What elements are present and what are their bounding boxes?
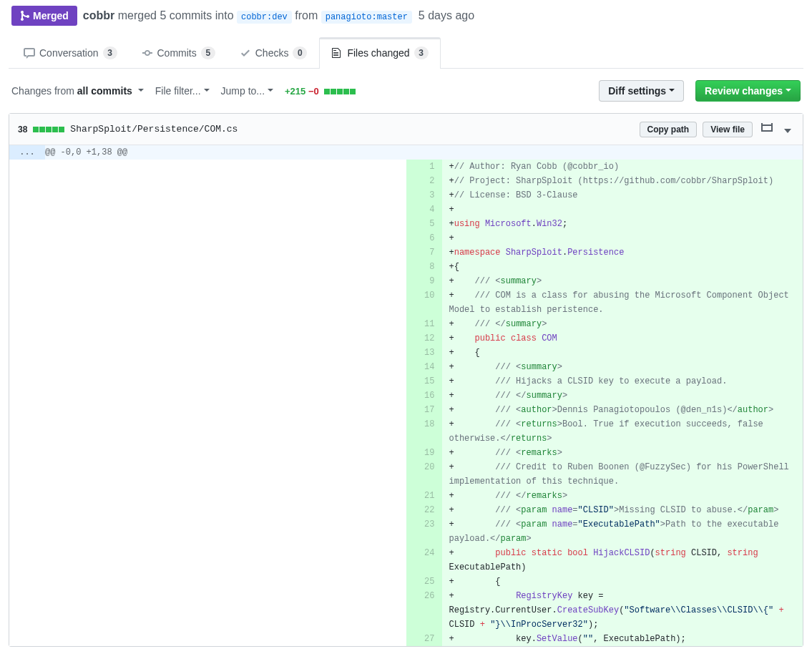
new-code[interactable]: + /// <remarks> xyxy=(442,446,803,460)
diff-line: 9+ /// <summary> xyxy=(9,274,803,288)
new-code[interactable]: + /// <summary> xyxy=(442,274,803,288)
old-line-num xyxy=(9,174,45,188)
new-code[interactable]: +namespace SharpSploit.Persistence xyxy=(442,245,803,260)
new-line-num[interactable]: 16 xyxy=(406,389,442,403)
old-code xyxy=(45,317,406,331)
new-line-num[interactable]: 22 xyxy=(406,503,442,517)
new-code[interactable]: + /// </remarks> xyxy=(442,489,803,503)
new-code[interactable]: + xyxy=(442,202,803,217)
old-code xyxy=(45,360,406,374)
new-line-num[interactable]: 19 xyxy=(406,446,442,460)
new-code[interactable]: + /// Hijacks a CLSID key to execute a p… xyxy=(442,374,803,389)
tab-count: 0 xyxy=(293,47,307,59)
pr-tabs: Conversation3Commits5Checks0Files change… xyxy=(9,37,803,69)
new-line-num[interactable]: 6 xyxy=(406,231,442,245)
new-code[interactable]: + { xyxy=(442,346,803,360)
file-path[interactable]: SharpSploit/Persistence/COM.cs xyxy=(70,124,238,135)
new-code[interactable]: + /// <param name="CLSID">Missing CLSID … xyxy=(442,503,803,517)
old-line-num xyxy=(9,217,45,231)
new-code[interactable]: + xyxy=(442,231,803,245)
new-line-num[interactable]: 15 xyxy=(406,374,442,389)
new-line-num[interactable]: 2 xyxy=(406,174,442,188)
new-code[interactable]: + /// <summary> xyxy=(442,360,803,374)
new-code[interactable]: + RegistryKey key = Registry.CurrentUser… xyxy=(442,589,803,632)
diff-settings-button[interactable]: Diff settings xyxy=(599,80,684,102)
old-line-num xyxy=(9,160,45,174)
old-code xyxy=(45,231,406,245)
tab-count: 5 xyxy=(201,47,215,59)
expand-hunk-button[interactable]: ... xyxy=(9,145,45,160)
tab-files[interactable]: Files changed3 xyxy=(319,37,440,69)
new-code[interactable]: +// Author: Ryan Cobb (@cobbr_io) xyxy=(442,160,803,174)
new-code[interactable]: + /// Credit to Ruben Boonen (@FuzzySec)… xyxy=(442,460,803,489)
new-line-num[interactable]: 21 xyxy=(406,489,442,503)
old-line-num xyxy=(9,288,45,317)
new-line-num[interactable]: 8 xyxy=(406,260,442,274)
new-code[interactable]: + /// COM is a class for abusing the Mic… xyxy=(442,288,803,317)
diff-line: 10+ /// COM is a class for abusing the M… xyxy=(9,288,803,317)
new-line-num[interactable]: 18 xyxy=(406,417,442,446)
new-line-num[interactable]: 20 xyxy=(406,460,442,489)
display-mode-icon[interactable] xyxy=(758,119,776,139)
new-code[interactable]: + key.SetValue("", ExecutablePath); xyxy=(442,632,803,646)
pr-actor[interactable]: cobbr xyxy=(83,9,114,21)
new-code[interactable]: +// License: BSD 3-Clause xyxy=(442,188,803,202)
new-line-num[interactable]: 1 xyxy=(406,160,442,174)
new-code[interactable]: + { xyxy=(442,575,803,589)
tab-commits[interactable]: Commits5 xyxy=(129,37,228,68)
new-line-num[interactable]: 17 xyxy=(406,403,442,417)
chevron-down-icon[interactable] xyxy=(781,121,794,138)
new-line-num[interactable]: 3 xyxy=(406,188,442,202)
new-line-num[interactable]: 26 xyxy=(406,589,442,632)
review-changes-button[interactable]: Review changes xyxy=(695,80,801,102)
new-line-num[interactable]: 11 xyxy=(406,317,442,331)
old-code xyxy=(45,331,406,346)
base-branch[interactable]: cobbr:dev xyxy=(237,11,292,24)
jump-to-menu[interactable]: Jump to... xyxy=(221,85,273,97)
new-line-num[interactable]: 7 xyxy=(406,245,442,260)
changes-from-menu[interactable]: Changes from all commits xyxy=(11,85,144,97)
new-code[interactable]: + public static bool HijackCLSID(string … xyxy=(442,546,803,575)
tab-checks[interactable]: Checks0 xyxy=(228,37,320,68)
old-line-num xyxy=(9,489,45,503)
diff-line: 24+ public static bool HijackCLSID(strin… xyxy=(9,546,803,575)
diff-table: ... @@ -0,0 +1,38 @@ 1+// Author: Ryan C… xyxy=(9,145,803,646)
tab-conversation[interactable]: Conversation3 xyxy=(11,37,129,68)
new-line-num[interactable]: 24 xyxy=(406,546,442,575)
new-code[interactable]: +using Microsoft.Win32; xyxy=(442,217,803,231)
new-line-num[interactable]: 25 xyxy=(406,575,442,589)
new-code[interactable]: + /// </summary> xyxy=(442,389,803,403)
new-line-num[interactable]: 4 xyxy=(406,202,442,217)
diff-line: 3+// License: BSD 3-Clause xyxy=(9,188,803,202)
new-line-num[interactable]: 27 xyxy=(406,632,442,646)
file-filter-menu[interactable]: File filter... xyxy=(155,85,210,97)
new-code[interactable]: + /// </summary> xyxy=(442,317,803,331)
old-line-num xyxy=(9,503,45,517)
old-line-num xyxy=(9,589,45,632)
hunk-header-row: ... @@ -0,0 +1,38 @@ xyxy=(9,145,803,160)
new-line-num[interactable]: 12 xyxy=(406,331,442,346)
diff-line: 1+// Author: Ryan Cobb (@cobbr_io) xyxy=(9,160,803,174)
new-line-num[interactable]: 5 xyxy=(406,217,442,231)
diff-line: 27+ key.SetValue("", ExecutablePath); xyxy=(9,632,803,646)
copy-path-button[interactable]: Copy path xyxy=(640,122,698,137)
new-line-num[interactable]: 13 xyxy=(406,346,442,360)
old-code xyxy=(45,374,406,389)
new-code[interactable]: + public class COM xyxy=(442,331,803,346)
new-line-num[interactable]: 10 xyxy=(406,288,442,317)
old-code xyxy=(45,217,406,231)
new-code[interactable]: +// Project: SharpSploit (https://github… xyxy=(442,174,803,188)
view-file-button[interactable]: View file xyxy=(703,122,753,137)
old-code xyxy=(45,346,406,360)
new-line-num[interactable]: 14 xyxy=(406,360,442,374)
new-code[interactable]: +{ xyxy=(442,260,803,274)
pr-meta-text: cobbr merged 5 commits into cobbr:dev fr… xyxy=(83,9,474,22)
new-code[interactable]: + /// <returns>Bool. True if execution s… xyxy=(442,417,803,446)
new-line-num[interactable]: 9 xyxy=(406,274,442,288)
new-code[interactable]: + /// <param name="ExecutablePath">Path … xyxy=(442,517,803,546)
diff-line: 5+using Microsoft.Win32; xyxy=(9,217,803,231)
new-line-num[interactable]: 23 xyxy=(406,517,442,546)
diff-line: 22+ /// <param name="CLSID">Missing CLSI… xyxy=(9,503,803,517)
new-code[interactable]: + /// <author>Dennis Panagiotopoulos (@d… xyxy=(442,403,803,417)
head-branch[interactable]: panagioto:master xyxy=(321,11,412,24)
